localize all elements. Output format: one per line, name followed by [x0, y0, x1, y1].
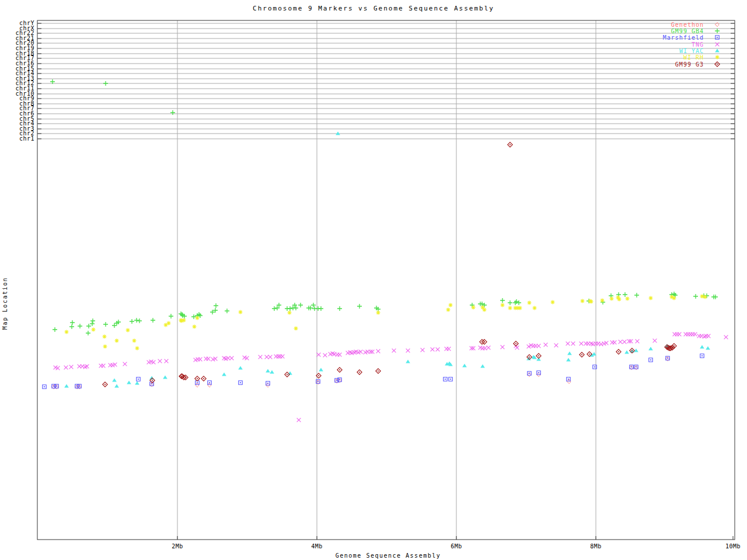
asterisk-icon	[580, 299, 584, 303]
square-dot-icon	[56, 386, 57, 387]
cross-icon	[693, 332, 697, 337]
cross-icon	[724, 335, 728, 340]
cross-icon	[265, 355, 269, 359]
plus-icon	[508, 300, 512, 305]
cross-icon	[158, 359, 162, 363]
plus-icon	[69, 324, 74, 329]
square-dot-icon	[79, 386, 80, 387]
triangle-icon	[270, 370, 274, 373]
square-dot-icon	[336, 380, 337, 381]
triangle-icon	[700, 345, 704, 348]
legend-label-gm99-g3: GM99 G3	[610, 61, 704, 68]
cross-icon	[636, 340, 640, 344]
triangle-icon	[163, 375, 167, 379]
diamond-dot-icon	[359, 372, 360, 373]
plus-icon	[500, 298, 505, 303]
square-dot-icon	[538, 372, 539, 373]
plus-icon	[130, 319, 134, 324]
asterisk-icon	[287, 310, 291, 314]
square-dot-icon	[138, 379, 139, 380]
diamond-dot-icon	[484, 341, 485, 342]
cross-icon	[501, 345, 505, 349]
plot-area	[0, 0, 747, 560]
cross-icon	[392, 349, 396, 353]
square-dot-icon	[267, 383, 268, 384]
asterisk-icon	[648, 296, 652, 300]
triangle-icon	[648, 346, 653, 350]
chart-title: Chromosome 9 Markers vs Genome Sequence …	[0, 5, 747, 12]
plus-icon	[137, 318, 142, 323]
plus-icon	[191, 314, 196, 319]
cross-icon	[421, 348, 425, 352]
diamond-dot-icon	[717, 64, 718, 65]
asterisk-icon	[715, 55, 719, 59]
asterisk-icon	[132, 338, 136, 342]
diamond-dot-icon	[203, 378, 204, 379]
cross-icon	[69, 365, 74, 369]
cross-icon	[487, 346, 491, 350]
square-dot-icon	[339, 379, 340, 380]
plus-icon	[516, 300, 521, 305]
diamond-dot-icon	[378, 370, 379, 372]
x-tick-label-2Mb: 2Mb	[165, 543, 190, 550]
y-tick-label-chr1: chr1	[0, 136, 34, 142]
square-dot-icon	[151, 383, 152, 384]
asterisk-icon	[103, 344, 107, 348]
cross-icon	[431, 348, 435, 352]
asterisk-icon	[550, 300, 554, 304]
triangle-icon	[462, 363, 467, 367]
cross-icon	[102, 364, 106, 368]
plus-icon	[623, 292, 627, 297]
x-tick-label-6Mb: 6Mb	[444, 543, 469, 550]
triangle-icon	[222, 372, 226, 376]
legend-label-wi-rh: WI RH	[610, 54, 704, 61]
asterisk-icon	[192, 324, 196, 328]
square-dot-icon	[568, 379, 569, 380]
cross-icon	[436, 348, 440, 352]
plus-icon	[225, 309, 229, 313]
x-axis-title: Genome Sequence Assembly	[0, 552, 747, 559]
plus-icon	[103, 81, 108, 86]
plus-icon	[112, 323, 117, 328]
plus-icon	[357, 304, 362, 309]
plus-icon	[170, 110, 175, 115]
cross-icon	[544, 343, 548, 347]
triangle-icon	[127, 380, 131, 384]
cross-icon	[165, 359, 169, 363]
diamond-dot-icon	[339, 369, 340, 370]
asterisk-icon	[91, 327, 95, 331]
square-dot-icon	[450, 379, 451, 380]
diamond-dot-icon	[181, 376, 183, 377]
square-dot-icon	[317, 381, 319, 382]
triangle-icon	[238, 366, 243, 369]
asterisk-icon	[448, 303, 452, 307]
cross-icon	[515, 346, 519, 350]
cross-icon	[580, 342, 584, 346]
asterisk-icon	[500, 303, 504, 307]
square-dot-icon	[594, 366, 595, 368]
cross-icon	[566, 342, 570, 346]
legend-label-gm99-gb4: GM99 GB4	[610, 28, 704, 34]
diamond-dot-icon	[581, 354, 582, 355]
legend-label-genethon: Genethon	[610, 22, 704, 28]
square-dot-icon	[701, 355, 703, 356]
diamond-dot-icon	[529, 356, 530, 358]
plus-icon	[294, 306, 298, 310]
plus-icon	[337, 306, 342, 311]
plus-icon	[514, 299, 519, 304]
plus-icon	[634, 293, 639, 298]
cross-icon	[281, 355, 285, 359]
triangle-icon	[536, 357, 541, 360]
square-dot-icon	[667, 358, 668, 359]
plus-icon	[103, 322, 108, 327]
cross-icon	[653, 339, 657, 343]
cross-icon	[323, 354, 327, 358]
square-dot-icon	[636, 366, 637, 368]
cross-icon	[447, 347, 451, 351]
plus-icon	[151, 318, 155, 323]
asterisk-icon	[64, 330, 68, 334]
cross-icon	[619, 340, 623, 344]
triangle-icon	[114, 384, 119, 387]
triangle-icon	[567, 351, 572, 355]
cross-icon	[297, 418, 301, 422]
